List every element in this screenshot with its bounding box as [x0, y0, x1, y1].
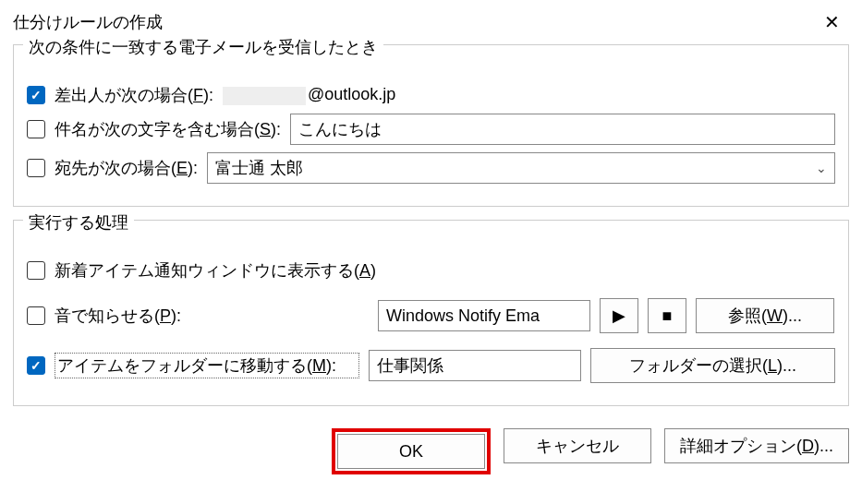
ok-button[interactable]: OK [337, 434, 485, 469]
label-sound: 音で知らせる(P): [55, 305, 369, 327]
checkbox-sound[interactable] [27, 306, 45, 325]
sound-file-input[interactable] [378, 300, 590, 331]
checkbox-alert[interactable] [27, 261, 45, 280]
stop-button[interactable]: ■ [648, 298, 686, 333]
label-alert: 新着アイテム通知ウィンドウに表示する(A) [55, 259, 376, 282]
checkbox-to[interactable] [27, 159, 45, 177]
advanced-options-button[interactable]: 詳細オプション(D)... [664, 428, 849, 463]
value-from: @outlook.jp [223, 85, 395, 104]
label-move: アイテムをフォルダーに移動する(M): [55, 353, 359, 378]
condition-subject-row: 件名が次の文字を含む場合(S): [27, 114, 835, 145]
action-alert-row: 新着アイテム通知ウィンドウに表示する(A) [27, 259, 835, 282]
play-button[interactable]: ▶ [600, 298, 638, 333]
actions-group-title: 実行する処理 [23, 211, 134, 234]
ok-highlight: OK [332, 428, 491, 474]
checkbox-move[interactable] [27, 356, 45, 375]
label-to: 宛先が次の場合(E): [55, 157, 198, 179]
conditions-group-title: 次の条件に一致する電子メールを受信したとき [23, 36, 383, 58]
subject-input[interactable] [290, 114, 835, 145]
folder-select-button[interactable]: フォルダーの選択(L)... [590, 348, 835, 383]
blurred-sender-name [223, 87, 306, 105]
condition-from-row: 差出人が次の場合(F): @outlook.jp [27, 84, 835, 106]
close-icon[interactable]: ✕ [815, 7, 849, 37]
to-combobox[interactable]: 富士通 太郎 ⌄ [207, 152, 835, 184]
dialog-title: 仕分けルールの作成 [13, 11, 163, 33]
dialog-body: 次の条件に一致する電子メールを受信したとき 差出人が次の場合(F): @outl… [0, 44, 862, 487]
to-selected-value: 富士通 太郎 [215, 157, 808, 179]
actions-group: 実行する処理 新着アイテム通知ウィンドウに表示する(A) 音で知らせる(P): … [13, 220, 849, 406]
label-subject: 件名が次の文字を含む場合(S): [55, 118, 281, 140]
checkbox-from[interactable] [27, 86, 45, 104]
action-move-row: アイテムをフォルダーに移動する(M): フォルダーの選択(L)... [27, 348, 835, 383]
condition-to-row: 宛先が次の場合(E): 富士通 太郎 ⌄ [27, 152, 835, 184]
conditions-group: 次の条件に一致する電子メールを受信したとき 差出人が次の場合(F): @outl… [13, 44, 849, 207]
chevron-down-icon: ⌄ [816, 161, 827, 175]
stop-icon: ■ [662, 306, 673, 326]
move-folder-input[interactable] [369, 350, 581, 381]
button-bar: OK キャンセル 詳細オプション(D)... [13, 419, 849, 474]
action-sound-row: 音で知らせる(P): ▶ ■ 参照(W)... [27, 298, 835, 333]
cancel-button[interactable]: キャンセル [504, 428, 651, 463]
checkbox-subject[interactable] [27, 120, 45, 138]
play-icon: ▶ [613, 306, 625, 326]
browse-button[interactable]: 参照(W)... [696, 298, 834, 333]
label-from: 差出人が次の場合(F): [55, 84, 213, 106]
